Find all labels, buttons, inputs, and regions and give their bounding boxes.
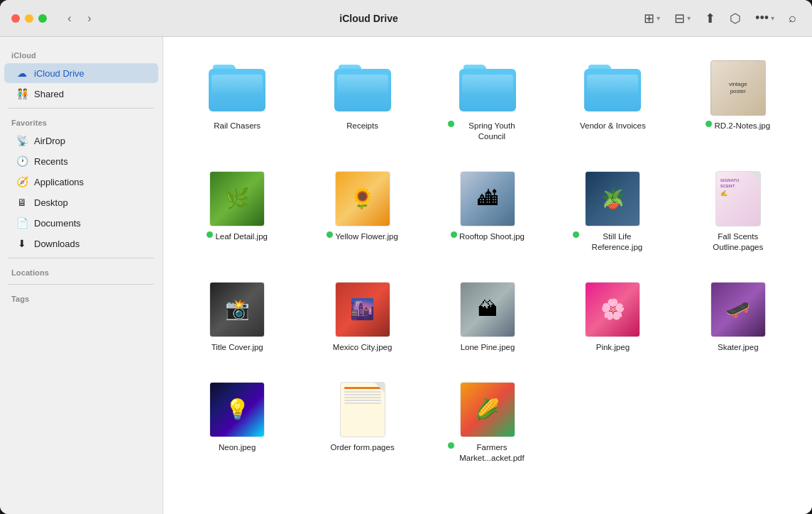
sidebar-item-documents[interactable]: 📄 Documents (4, 213, 158, 233)
list-item[interactable]: 🌿 Leaf Detail.jpg (180, 165, 294, 258)
list-item[interactable]: 🌆 Mexico City.jpeg (305, 275, 419, 359)
sidebar-item-label: Applications (34, 177, 84, 187)
documents-icon: 📄 (16, 217, 28, 229)
document-thumbnail (340, 382, 385, 437)
applications-icon: 🧭 (16, 175, 28, 188)
list-item[interactable]: 💡 Neon.jpeg (180, 376, 294, 469)
list-item[interactable]: Order form.pages (305, 376, 419, 469)
file-thumbnail (334, 60, 391, 116)
file-label-row: Lone Pine.jpeg (461, 342, 515, 353)
back-button[interactable]: ‹ (61, 10, 78, 27)
list-item[interactable]: 🏙 Rooftop Shoot.jpg (431, 165, 544, 258)
sidebar-item-recents[interactable]: 🕐 Recents (4, 151, 158, 171)
file-label-row: Leaf Detail.jpg (207, 231, 268, 242)
file-thumbnail (209, 60, 265, 116)
file-thumbnail: SIGNATUSCENT✍ (710, 170, 767, 227)
file-name: Receipts (346, 121, 378, 131)
list-item[interactable]: Vendor & Invoices (556, 54, 669, 148)
folder-icon (209, 65, 265, 111)
file-label-row: Farmers Market...acket.pdf (448, 442, 527, 464)
list-item[interactable]: 🌻 Yellow Flower.jpg (305, 165, 419, 258)
file-thumbnail: 🌽 (459, 381, 516, 438)
sidebar-item-label: Shared (34, 89, 64, 99)
image-thumbnail: 🛹 (710, 282, 766, 337)
list-icon: ⊟ (674, 11, 685, 26)
sidebar-item-label: Documents (34, 218, 81, 229)
file-thumbnail: 🌿 (209, 170, 265, 227)
maximize-button[interactable] (38, 14, 47, 23)
ellipsis-icon: ••• (755, 11, 769, 26)
file-thumbnail: 🏔 (459, 281, 516, 338)
sync-status-dot (448, 442, 454, 449)
chevron-icon: ▾ (687, 14, 691, 22)
sync-status-dot (207, 231, 213, 238)
list-item[interactable]: Rail Chasers (180, 54, 294, 148)
list-item[interactable]: 🛹 Skater.jpeg (681, 275, 795, 359)
file-label-row: Neon.jpeg (219, 442, 256, 453)
image-thumbnail: 🌿 (209, 171, 265, 226)
sync-status-dot (451, 231, 457, 238)
tag-button[interactable]: ⬡ (725, 8, 745, 29)
file-thumbnail (584, 60, 641, 116)
file-label-row: Mexico City.jpeg (333, 342, 393, 353)
recents-icon: 🕐 (16, 155, 28, 168)
sidebar-item-label: Downloads (34, 239, 79, 249)
file-name: Mexico City.jpeg (333, 342, 393, 353)
list-item[interactable]: SIGNATUSCENT✍ Fall Scents Outline.pages (681, 165, 795, 258)
share-button[interactable]: ⬆ (701, 8, 720, 29)
forward-button[interactable]: › (81, 10, 98, 27)
image-thumbnail: 🏙 (460, 171, 515, 226)
sync-status-dot (706, 121, 712, 127)
list-item[interactable]: 📸 Title Cover.jpg (180, 275, 294, 359)
sidebar-item-label: Desktop (34, 197, 68, 208)
file-label-row: Still Life Reference.jpg (573, 231, 652, 253)
content-area: Rail Chasers Receipts (163, 37, 812, 514)
view-list-button[interactable]: ⊟ ▾ (670, 8, 695, 29)
search-button[interactable]: ⌕ (784, 8, 801, 28)
image-thumbnail: 🌻 (335, 171, 390, 226)
file-thumbnail: 🛹 (710, 281, 767, 338)
sidebar-item-applications[interactable]: 🧭 Applications (4, 172, 158, 192)
document-thumbnail: SIGNATUSCENT✍ (715, 171, 761, 226)
sidebar-item-airdrop[interactable]: 📡 AirDrop (4, 131, 158, 151)
image-thumbnail: vintageposter (710, 60, 766, 116)
file-label-row: Spring Youth Council (448, 121, 527, 142)
list-item[interactable]: 🪴 Still Life Reference.jpg (556, 165, 669, 258)
share-icon: ⬆ (705, 11, 715, 26)
file-thumbnail: 🌸 (584, 281, 641, 338)
more-button[interactable]: ••• ▾ (751, 8, 779, 28)
sidebar-item-icloud-drive[interactable]: ☁ iCloud Drive (4, 63, 158, 83)
file-label-row: Rooftop Shoot.jpg (451, 231, 525, 242)
sidebar-divider-2 (9, 258, 154, 258)
view-grid-button[interactable]: ⊞ ▾ (640, 8, 664, 29)
minimize-button[interactable] (25, 14, 33, 23)
file-thumbnail (334, 381, 391, 438)
list-item[interactable]: 🌽 Farmers Market...acket.pdf (431, 376, 544, 469)
folder-icon (584, 65, 641, 111)
locations-section-label: Locations (0, 263, 163, 280)
close-button[interactable] (11, 14, 20, 23)
traffic-lights (11, 14, 47, 23)
file-name: Farmers Market...acket.pdf (456, 442, 527, 464)
file-name: Vendor & Invoices (580, 121, 646, 131)
image-thumbnail: 🌽 (460, 382, 515, 437)
window-title: iCloud Drive (106, 13, 631, 24)
list-item[interactable]: vintageposter RD.2-Notes.jpg (681, 54, 795, 148)
finder-window: ‹ › iCloud Drive ⊞ ▾ ⊟ ▾ ⬆ ⬡ ••• ▾ (0, 0, 812, 514)
sidebar-item-label: iCloud Drive (34, 68, 84, 79)
sidebar-item-desktop[interactable]: 🖥 Desktop (4, 192, 158, 212)
folder-icon (334, 65, 391, 111)
file-name: Title Cover.jpg (212, 342, 263, 353)
list-item[interactable]: 🏔 Lone Pine.jpeg (431, 275, 544, 359)
shared-icon: 🧑‍🤝‍🧑 (16, 87, 28, 100)
file-label-row: Receipts (346, 121, 378, 131)
sidebar-item-shared[interactable]: 🧑‍🤝‍🧑 Shared (4, 84, 158, 104)
list-item[interactable]: Receipts (305, 54, 419, 148)
list-item[interactable]: Spring Youth Council (431, 54, 544, 148)
file-label-row: RD.2-Notes.jpg (706, 121, 770, 131)
list-item[interactable]: 🌸 Pink.jpeg (556, 275, 669, 359)
sidebar-item-downloads[interactable]: ⬇ Downloads (4, 234, 158, 253)
file-name: Spring Youth Council (456, 121, 527, 142)
image-thumbnail: 🪴 (585, 171, 640, 226)
file-thumbnail: 🌆 (334, 281, 391, 338)
